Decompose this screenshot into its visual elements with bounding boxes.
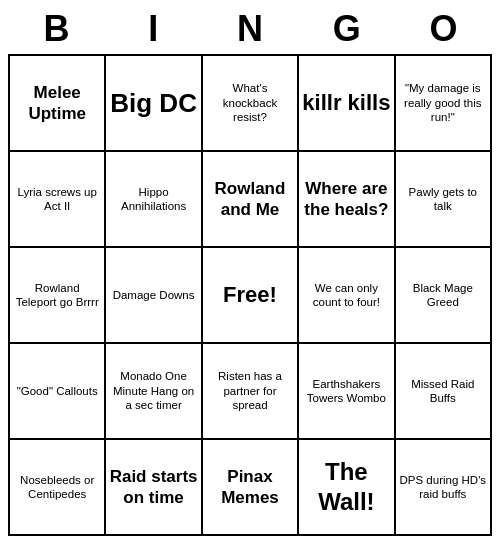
bingo-cell-17: Risten has a partner for spread — [203, 344, 299, 440]
bingo-cell-0: Melee Uptime — [10, 56, 106, 152]
bingo-cell-8: Where are the heals? — [299, 152, 395, 248]
bingo-cell-6: Hippo Annihilations — [106, 152, 202, 248]
bingo-cell-16: Monado One Minute Hang on a sec timer — [106, 344, 202, 440]
header-letter-o: O — [395, 8, 492, 50]
bingo-cell-20: Nosebleeds or Centipedes — [10, 440, 106, 536]
bingo-cell-14: Black Mage Greed — [396, 248, 492, 344]
bingo-cell-7: Rowland and Me — [203, 152, 299, 248]
bingo-cell-13: We can only count to four! — [299, 248, 395, 344]
bingo-cell-21: Raid starts on time — [106, 440, 202, 536]
header-letter-i: I — [105, 8, 202, 50]
bingo-cell-23: The Wall! — [299, 440, 395, 536]
bingo-cell-1: Big DC — [106, 56, 202, 152]
bingo-grid: Melee UptimeBig DCWhat's knockback resis… — [8, 54, 492, 536]
bingo-cell-2: What's knockback resist? — [203, 56, 299, 152]
bingo-cell-19: Missed Raid Buffs — [396, 344, 492, 440]
bingo-cell-18: Earthshakers Towers Wombo — [299, 344, 395, 440]
bingo-cell-24: DPS during HD's raid buffs — [396, 440, 492, 536]
header-letter-g: G — [298, 8, 395, 50]
header-letter-b: B — [8, 8, 105, 50]
bingo-cell-11: Damage Downs — [106, 248, 202, 344]
bingo-cell-9: Pawly gets to talk — [396, 152, 492, 248]
header-letter-n: N — [202, 8, 299, 50]
bingo-cell-15: "Good" Callouts — [10, 344, 106, 440]
bingo-cell-5: Lyria screws up Act II — [10, 152, 106, 248]
bingo-cell-4: "My damage is really good this run!" — [396, 56, 492, 152]
bingo-cell-12: Free! — [203, 248, 299, 344]
bingo-cell-10: Rowland Teleport go Brrrr — [10, 248, 106, 344]
bingo-header: B I N G O — [8, 8, 492, 50]
bingo-cell-22: Pinax Memes — [203, 440, 299, 536]
bingo-cell-3: killr kills — [299, 56, 395, 152]
